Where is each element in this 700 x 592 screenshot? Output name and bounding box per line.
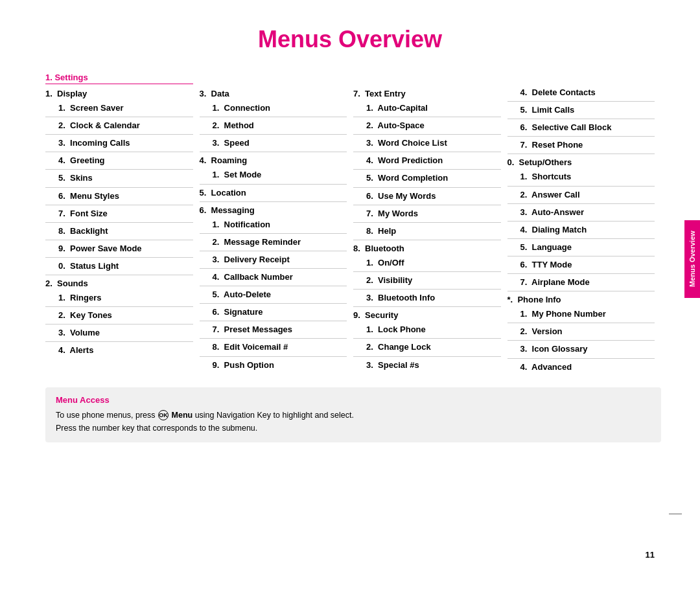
list-item: 4. Delete Contacts [508, 85, 655, 100]
list-item: 6. Use My Words [353, 189, 501, 203]
list-item: 3. Bluetooth Info [353, 291, 501, 305]
list-item: 2. Version [508, 324, 655, 339]
list-item: 3. Speed [200, 136, 347, 150]
list-item: 1. Notification [200, 218, 347, 232]
list-item: 7. Reset Phone [508, 138, 655, 152]
list-item: 6. TTY Mode [508, 258, 655, 272]
list-item: 3. Auto-Answer [508, 205, 655, 220]
list-item: 3. Word Choice List [353, 136, 501, 150]
list-item: *. Phone Info [508, 293, 655, 307]
list-item: 5. Location [200, 186, 347, 200]
list-item: 3. Special #s [353, 358, 501, 372]
list-item: 2. Clock & Calendar [45, 119, 193, 133]
list-item: 7. My Words [353, 207, 501, 221]
list-item: 5. Word Completion [353, 171, 501, 185]
list-item: 2. Auto-Space [353, 119, 501, 133]
list-item: 2. Message Reminder [200, 235, 347, 249]
list-item: 1. Screen Saver [45, 101, 193, 115]
list-item: 6. Menu Styles [45, 189, 193, 203]
list-item: 2. Visibility [353, 273, 501, 288]
list-item: 2. Key Tones [45, 308, 193, 323]
list-item: 3. Volume [45, 326, 193, 340]
list-item: 4. Word Prediction [353, 154, 501, 168]
content-area: 1. Settings 1. Display 1. Screen Saver 2… [0, 73, 700, 374]
column-4: 4. Delete Contacts 5. Limit Calls 6. Sel… [508, 73, 662, 374]
list-item: 1. My Phone Number [508, 307, 655, 321]
list-item: 3. Delivery Receipt [200, 253, 347, 267]
page-title: Menus Overview [0, 0, 700, 73]
footer-text: To use phone menus, press OK Menu using … [56, 409, 651, 435]
list-item: 4. Callback Number [200, 270, 347, 284]
column-1: 1. Settings 1. Display 1. Screen Saver 2… [45, 73, 200, 374]
list-item: 2. Change Lock [353, 340, 501, 354]
list-item: 9. Power Save Mode [45, 242, 193, 256]
list-item: 4. Alerts [45, 343, 193, 358]
footer-title: Menu Access [56, 395, 651, 405]
footer-box: Menu Access To use phone menus, press OK… [45, 387, 661, 442]
list-item: 6. Selective Call Block [508, 120, 655, 135]
list-item: 8. Backlight [45, 224, 193, 238]
settings-header: 1. Settings [45, 73, 193, 84]
col4-items: 4. Delete Contacts 5. Limit Calls 6. Sel… [508, 85, 655, 374]
col1-items: 1. Display 1. Screen Saver 2. Clock & Ca… [45, 87, 193, 358]
ok-icon: OK [158, 410, 169, 420]
list-item: 5. Limit Calls [508, 103, 655, 117]
side-tab: Menus Overview [684, 220, 700, 298]
list-item: 3. Icon Glossary [508, 342, 655, 356]
column-3: 7. Text Entry 1. Auto-Capital 2. Auto-Sp… [353, 73, 508, 374]
col3-items: 7. Text Entry 1. Auto-Capital 2. Auto-Sp… [353, 87, 501, 372]
list-item: 1. Connection [200, 101, 347, 115]
list-item: 7. Font Size [45, 207, 193, 221]
list-item: 5. Skins [45, 171, 193, 185]
list-item: 7. Airplane Mode [508, 275, 655, 290]
list-item: 4. Advanced [508, 360, 655, 374]
list-item: 4. Roaming [200, 154, 347, 168]
list-item: 6. Signature [200, 305, 347, 319]
list-item: 1. Set Mode [200, 168, 347, 182]
list-item: 0. Status Light [45, 259, 193, 273]
list-item: 5. Auto-Delete [200, 288, 347, 302]
list-item: 3. Data [200, 87, 347, 101]
side-line [669, 514, 682, 514]
list-item: 7. Text Entry [353, 87, 501, 101]
list-item: 8. Bluetooth [353, 242, 501, 256]
list-item: 1. Auto-Capital [353, 101, 501, 115]
list-item: 8. Help [353, 224, 501, 238]
list-item: 2. Sounds [45, 277, 193, 291]
list-item: 1. Lock Phone [353, 323, 501, 337]
col2-items: 3. Data 1. Connection 2. Method 3. Speed… [200, 87, 347, 372]
list-item: 7. Preset Messages [200, 323, 347, 337]
list-item: 9. Push Option [200, 358, 347, 372]
list-item: 3. Incoming Calls [45, 136, 193, 150]
list-item: 2. Method [200, 119, 347, 133]
list-item: 2. Answer Call [508, 188, 655, 202]
list-item: 9. Security [353, 308, 501, 323]
list-item: 0. Setup/Others [508, 155, 655, 170]
list-item: 1. Ringers [45, 291, 193, 305]
list-item: 6. Messaging [200, 203, 347, 218]
list-item: 4. Dialing Match [508, 223, 655, 237]
list-item: 5. Language [508, 240, 655, 255]
page-number: 11 [646, 550, 655, 560]
list-item: 8. Edit Voicemail # [200, 340, 347, 354]
column-2: 3. Data 1. Connection 2. Method 3. Speed… [200, 73, 354, 374]
list-item: 4. Greeting [45, 154, 193, 168]
list-item: 1. Display [45, 87, 193, 101]
list-item: 1. Shortcuts [508, 170, 655, 184]
list-item: 1. On/Off [353, 256, 501, 270]
